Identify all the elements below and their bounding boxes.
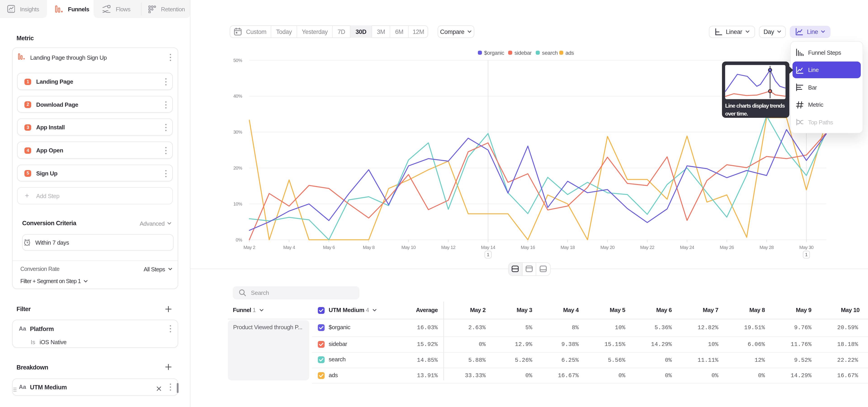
svg-text:May 6: May 6 [323,245,335,250]
svg-text:1: 1 [487,252,489,257]
svg-text:May 26: May 26 [720,245,734,250]
svg-text:May 12: May 12 [441,245,456,250]
svg-text:May 8: May 8 [363,245,375,250]
svg-text:May 2: May 2 [243,245,255,250]
svg-text:May 22: May 22 [640,245,654,250]
svg-text:40%: 40% [233,93,242,99]
svg-text:20%: 20% [233,165,242,170]
svg-text:May 10: May 10 [401,245,416,250]
svg-text:50%: 50% [233,58,242,63]
svg-text:May 18: May 18 [561,245,575,250]
svg-text:May 28: May 28 [760,245,774,250]
svg-text:May 20: May 20 [600,245,615,250]
svg-text:Line charts display trends: Line charts display trends [725,103,785,109]
svg-text:May 4: May 4 [283,245,295,250]
svg-text:May 30: May 30 [799,245,813,250]
svg-text:30%: 30% [233,129,242,134]
svg-text:over time.: over time. [725,111,748,117]
svg-text:10%: 10% [233,201,242,207]
svg-text:May 14: May 14 [481,245,495,250]
svg-text:0%: 0% [236,237,242,242]
svg-text:May 24: May 24 [680,245,694,250]
svg-text:May 16: May 16 [521,245,535,250]
svg-text:1: 1 [805,252,808,257]
